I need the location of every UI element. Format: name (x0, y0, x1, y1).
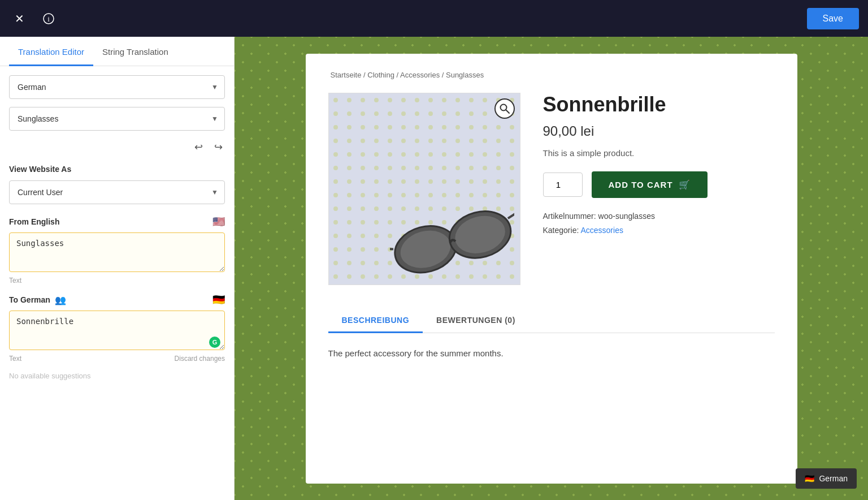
product-tab-content: The perfect accessory for the summer mon… (328, 347, 775, 360)
grammarly-icon: G (209, 337, 220, 348)
product-image-wrapper (328, 93, 520, 285)
from-english-section: From English 🇺🇸 Text (9, 215, 225, 285)
category-value-link[interactable]: Accessories (580, 226, 623, 235)
add-to-cart-button[interactable]: ADD TO CART 🛒 (592, 171, 708, 198)
product-meta: Artikelnummer: woo-sunglasses Kategorie:… (543, 209, 775, 238)
view-as-dropdown-wrapper: Current User Guest Admin ▼ (9, 180, 225, 204)
breadcrumb: Startseite / Clothing / Accessories / Su… (328, 71, 775, 79)
product-price: 90,00 lei (543, 123, 775, 139)
add-to-cart-row: ADD TO CART 🛒 (543, 171, 775, 198)
quantity-input[interactable] (543, 173, 583, 197)
top-bar: ✕ i Save (0, 0, 868, 37)
close-button[interactable]: ✕ (9, 8, 29, 29)
product-area: Sonnenbrille 90,00 lei This is a simple … (328, 93, 775, 285)
language-dropdown[interactable]: German French Spanish (9, 75, 225, 99)
tab-bar: Translation Editor String Translation (0, 37, 234, 66)
from-header: From English 🇺🇸 (9, 215, 225, 228)
us-flag: 🇺🇸 (212, 215, 225, 228)
language-switcher[interactable]: 🇩🇪 German (796, 468, 857, 489)
no-suggestions-text: No available suggestions (9, 372, 225, 380)
product-tabs: BESCHREIBUNG BEWERTUNGEN (0) (328, 308, 775, 333)
product-image-zoom-icon[interactable] (494, 98, 515, 119)
view-website-label: View Website As (9, 165, 225, 174)
svg-line-10 (507, 213, 514, 218)
category-row: Kategorie: Accessories (543, 223, 775, 238)
info-button[interactable]: i (38, 8, 59, 29)
main-layout: Translation Editor String Translation Ge… (0, 37, 868, 500)
left-panel: Translation Editor String Translation Ge… (0, 37, 235, 500)
to-german-textarea-wrapper: G (9, 311, 225, 352)
to-field-type: Text (9, 355, 21, 363)
category-dropdown-wrapper: Sunglasses Accessories Clothing ▼ (9, 107, 225, 131)
from-label: From English (9, 217, 59, 226)
to-header: To German 👥 🇩🇪 (9, 294, 225, 306)
tab-string-translation[interactable]: String Translation (93, 37, 177, 66)
svg-text:i: i (47, 15, 50, 23)
language-dropdown-wrapper: German French Spanish ▼ (9, 75, 225, 99)
discard-changes-link[interactable]: Discard changes (175, 355, 225, 363)
svg-line-9 (390, 247, 393, 252)
sku-label: Artikelnummer: (543, 212, 596, 221)
de-flag: 🇩🇪 (212, 294, 225, 306)
product-title: Sonnenbrille (543, 93, 775, 117)
right-panel: Startseite / Clothing / Accessories / Su… (235, 37, 868, 500)
product-description: This is a simple product. (543, 148, 775, 158)
to-german-section: To German 👥 🇩🇪 G Text Discard changes (9, 294, 225, 363)
add-to-cart-label: ADD TO CART (609, 180, 673, 189)
product-image (328, 93, 520, 285)
tab-translation-editor[interactable]: Translation Editor (9, 37, 93, 66)
product-info: Sonnenbrille 90,00 lei This is a simple … (543, 93, 775, 285)
cart-icon: 🛒 (679, 179, 691, 190)
view-as-dropdown[interactable]: Current User Guest Admin (9, 180, 225, 204)
tab-bewertungen[interactable]: BEWERTUNGEN (0) (423, 308, 529, 333)
svg-line-12 (506, 110, 509, 113)
panel-content: German French Spanish ▼ Sunglasses Acces… (0, 66, 234, 500)
from-english-textarea[interactable] (9, 232, 225, 272)
lang-flag: 🇩🇪 (805, 474, 814, 483)
undo-redo-bar: ↩ ↪ (9, 139, 225, 156)
undo-button[interactable]: ↩ (192, 139, 205, 156)
lang-label: German (819, 474, 848, 483)
to-label: To German 👥 (9, 295, 66, 305)
from-field-type: Text (9, 277, 225, 285)
tab-beschreibung[interactable]: BESCHREIBUNG (328, 308, 423, 333)
save-button[interactable]: Save (807, 8, 859, 29)
category-dropdown[interactable]: Sunglasses Accessories Clothing (9, 107, 225, 131)
users-icon: 👥 (55, 295, 66, 305)
view-website-section: View Website As Current User Guest Admin… (9, 165, 225, 204)
category-label: Kategorie: (543, 226, 579, 235)
redo-button[interactable]: ↪ (212, 139, 225, 156)
website-card: Startseite / Clothing / Accessories / Su… (306, 54, 797, 484)
to-german-textarea[interactable] (9, 311, 225, 350)
sku-row: Artikelnummer: woo-sunglasses (543, 209, 775, 223)
